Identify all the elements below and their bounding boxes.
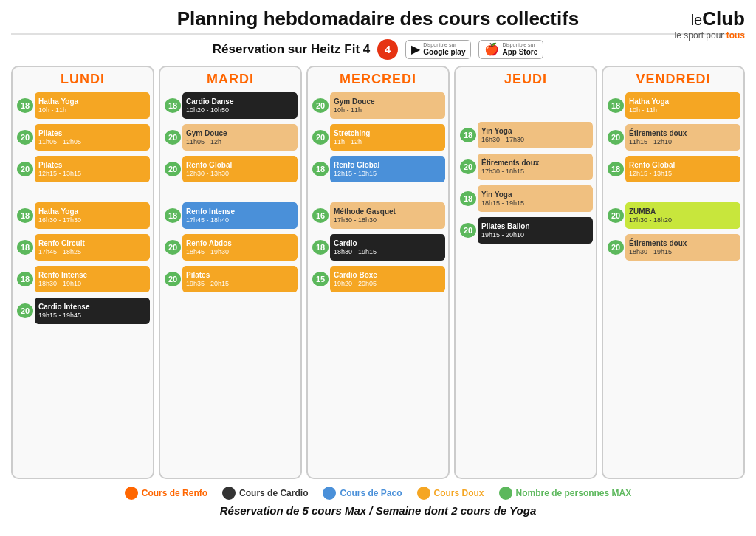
course-number: 18: [312, 162, 329, 176]
course-body: Gym Douce10h - 11h: [330, 92, 445, 119]
googleplay-text: Disponible sur Google play: [423, 42, 465, 57]
course-name: Renfo Intense: [186, 207, 294, 216]
course-card: 20Renfo Abdos18h45 - 19h30: [163, 233, 298, 261]
course-name: Renfo Global: [334, 161, 441, 170]
logo-tagline: le sport pour tous: [675, 30, 745, 41]
course-card: 18Cardio Danse10h20 - 10h50: [163, 92, 298, 120]
course-name: Hatha Yoga: [38, 97, 146, 106]
course-number: 20: [608, 130, 624, 145]
course-number: 18: [17, 240, 33, 255]
course-time: 16h30 - 17h30: [38, 216, 146, 224]
course-body: Cardio Intense19h15 - 19h45: [35, 298, 150, 324]
course-number: 18: [460, 191, 476, 206]
course-name: Yin Yoga: [481, 190, 589, 199]
course-name: Yin Yoga: [481, 127, 589, 136]
logo-club: Club: [702, 7, 745, 30]
course-card: 20Étirements doux17h30 - 18h15: [458, 153, 593, 181]
course-time: 18h30 - 19h10: [38, 280, 146, 288]
course-card: 18Renfo Global12h15 - 13h15: [311, 155, 445, 183]
course-time: 17h45 - 18h25: [38, 248, 146, 256]
course-card: 18Renfo Intense17h45 - 18h40: [163, 202, 298, 230]
legend-item-renfo: Cours de Renfo: [125, 487, 207, 500]
course-time: 12h15 - 13h15: [38, 170, 146, 178]
course-number: 20: [165, 240, 181, 255]
course-card: 20Renfo Global12h30 - 13h30: [163, 155, 298, 183]
course-name: Renfo Intense: [38, 271, 146, 280]
spacer: [458, 106, 593, 121]
course-card: 15Cardio Boxe19h20 - 20h05: [311, 265, 445, 293]
course-body: Pilates11h05 - 12h05: [35, 124, 150, 151]
course-name: Cardio Intense: [38, 303, 146, 312]
course-name: Cardio Danse: [186, 97, 294, 106]
course-card: 18Yin Yoga18h15 - 19h15: [458, 185, 593, 213]
legend-dot-doux: [417, 487, 430, 500]
legend-label-doux: Cours Doux: [434, 488, 484, 498]
header-sub: Réservation sur Heitz Fit 4 4 ▶ Disponib…: [11, 39, 745, 60]
header-subtitle: Réservation sur Heitz Fit 4: [213, 42, 371, 57]
course-time: 18h30 - 19h15: [334, 248, 441, 256]
legend-dot-paco: [323, 487, 336, 500]
course-body: Étirements doux11h15 - 12h10: [625, 124, 740, 151]
course-card: 20Pilates19h35 - 20h15: [163, 265, 298, 293]
legend-item-doux: Cours Doux: [417, 487, 484, 500]
course-body: Hatha Yoga16h30 - 17h30: [35, 202, 150, 229]
googleplay-badge[interactable]: ▶ Disponible sur Google play: [405, 40, 471, 59]
page: leClub le sport pour tous Planning hebdo…: [0, 0, 756, 536]
course-card: 20Gym Douce11h05 - 12h: [163, 123, 298, 151]
course-name: Renfo Global: [629, 161, 737, 170]
course-name: Étirements doux: [481, 159, 589, 168]
course-number: 20: [608, 240, 624, 255]
course-name: Hatha Yoga: [629, 97, 737, 106]
course-body: Méthode Gasquet17h30 - 18h30: [330, 202, 445, 229]
course-name: Méthode Gasquet: [334, 207, 441, 216]
course-time: 19h15 - 20h10: [481, 231, 589, 239]
course-number: 18: [17, 272, 33, 286]
course-body: Stretching11h - 12h: [330, 124, 445, 151]
course-card: 18Hatha Yoga10h - 11h: [606, 92, 740, 120]
logo-tous: tous: [726, 30, 745, 41]
course-card: 18Yin Yoga16h30 - 17h30: [458, 121, 593, 149]
days-grid: LUNDI18Hatha Yoga10h - 11h20Pilates11h05…: [11, 66, 745, 479]
course-body: Hatha Yoga10h - 11h: [35, 92, 150, 119]
day-col-mardi: MARDI18Cardio Danse10h20 - 10h5020Gym Do…: [159, 66, 302, 479]
course-card: 16Méthode Gasquet17h30 - 18h30: [311, 202, 445, 230]
course-number: 18: [17, 208, 33, 223]
course-card: 20Pilates Ballon19h15 - 20h10: [458, 216, 593, 244]
course-time: 11h05 - 12h05: [38, 138, 146, 146]
logo: leClub le sport pour tous: [675, 7, 745, 41]
course-card: 20ZUMBA17h30 - 18h20: [606, 202, 740, 230]
course-card: 20Cardio Intense19h15 - 19h45: [16, 297, 150, 325]
course-name: Hatha Yoga: [38, 207, 146, 216]
legend-dot-max: [499, 487, 512, 500]
course-name: Pilates: [38, 161, 146, 170]
course-number: 18: [608, 162, 624, 176]
course-body: ZUMBA17h30 - 18h20: [625, 202, 740, 229]
course-name: Renfo Global: [186, 161, 294, 170]
course-name: Renfo Circuit: [38, 239, 146, 248]
course-card: 18Hatha Yoga16h30 - 17h30: [16, 202, 150, 230]
course-name: ZUMBA: [629, 207, 737, 216]
course-number: 20: [17, 303, 33, 318]
course-time: 11h - 12h: [334, 138, 441, 146]
logo-leclub: leClub: [675, 7, 745, 30]
appstore-badge[interactable]: 🍎 Disponible sur App Store: [478, 40, 543, 59]
legend: Cours de RenfoCours de CardioCours de Pa…: [11, 487, 745, 500]
course-card: 20Pilates12h15 - 13h15: [16, 155, 150, 183]
course-body: Yin Yoga18h15 - 19h15: [478, 185, 593, 212]
course-card: 18Renfo Global12h15 - 13h15: [606, 155, 740, 183]
course-number: 16: [312, 208, 329, 223]
course-body: Pilates19h35 - 20h15: [182, 266, 298, 292]
course-number: 20: [460, 159, 476, 174]
course-body: Yin Yoga16h30 - 17h30: [478, 122, 593, 148]
day-header-lundi: LUNDI: [16, 72, 150, 87]
course-number: 20: [312, 130, 329, 145]
legend-item-max: Nombre de personnes MAX: [499, 487, 632, 500]
course-name: Pilates: [38, 129, 146, 138]
course-name: Étirements doux: [629, 239, 737, 248]
course-time: 11h15 - 12h10: [629, 138, 737, 146]
legend-label-paco: Cours de Paco: [340, 488, 402, 498]
course-body: Gym Douce11h05 - 12h: [182, 124, 298, 151]
appstore-icon: 🍎: [484, 42, 499, 56]
course-body: Renfo Circuit17h45 - 18h25: [35, 234, 150, 261]
course-number: 20: [17, 130, 33, 145]
